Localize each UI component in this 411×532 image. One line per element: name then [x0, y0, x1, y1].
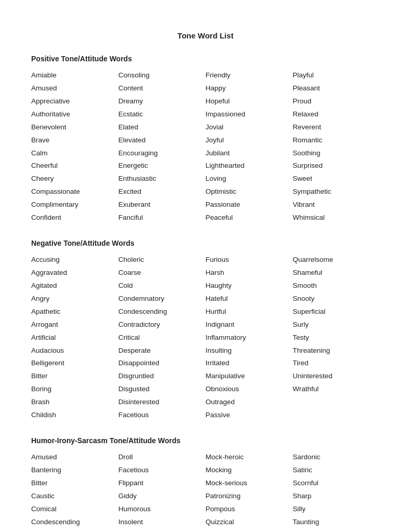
word-item: Loving [206, 174, 293, 184]
word-item: Mocking [206, 465, 293, 476]
section-heading-negative: Negative Tone/Attitude Words [31, 239, 380, 247]
word-item: Impassioned [206, 109, 293, 120]
word-item: Mock-heroic [206, 452, 293, 463]
word-item: Satiric [293, 465, 380, 476]
word-item: Enthusiastic [118, 174, 206, 184]
word-item: Apathetic [31, 307, 118, 317]
word-item: Artificial [31, 332, 118, 343]
word-item: Disgusted [118, 384, 206, 395]
word-item: Critical [118, 332, 206, 343]
word-item: Bantering [31, 465, 118, 476]
word-grid-negative: AccusingCholericFuriousQuarrelsomeAggrav… [31, 255, 380, 421]
word-item: Hurtful [206, 307, 293, 317]
word-item: Inflammatory [206, 332, 293, 343]
word-item: Bitter [31, 478, 118, 489]
word-item: Insolent [118, 517, 206, 528]
word-item: Facetious [118, 410, 206, 421]
word-item: Comical [31, 504, 118, 515]
word-item: Calm [31, 148, 118, 159]
section-heading-positive: Positive Tone/Attitude Words [31, 55, 380, 63]
word-item: Ironic [118, 530, 206, 532]
section-positive: Positive Tone/Attitude WordsAmiableConso… [31, 55, 380, 223]
word-item: Energetic [118, 161, 206, 171]
word-item: Jubilant [206, 148, 293, 159]
word-item: Droll [118, 452, 206, 463]
word-item: Sweet [293, 174, 380, 184]
word-item: Surly [293, 320, 380, 330]
word-item: Condescending [31, 517, 118, 528]
word-item: Amiable [31, 70, 118, 81]
word-item: Surprised [293, 161, 380, 171]
section-negative: Negative Tone/Attitude WordsAccusingChol… [31, 239, 380, 421]
word-item: Childish [31, 410, 118, 421]
word-item: Haughty [206, 281, 293, 291]
word-item: Elevated [118, 135, 206, 146]
word-item: Indignant [206, 320, 293, 330]
word-item: Consoling [118, 70, 206, 81]
word-item: Happy [206, 83, 293, 94]
word-item: Caustic [31, 491, 118, 502]
word-item: Passive [206, 410, 293, 421]
word-item: Soothing [293, 148, 380, 159]
word-item: Snooty [293, 294, 380, 304]
word-item: Smooth [293, 281, 380, 291]
word-item: Flippant [118, 478, 206, 489]
page-title: Tone Word List [31, 31, 380, 40]
word-item: Brash [31, 397, 118, 408]
word-item: Superficial [293, 307, 380, 317]
word-item: Manipulative [206, 371, 293, 382]
word-item: Patronizing [206, 491, 293, 502]
word-item: Boring [31, 384, 118, 395]
word-item: Sardonic [293, 452, 380, 463]
word-item: Threatening [293, 345, 380, 356]
word-item: Passionate [206, 200, 293, 210]
word-item: Coarse [118, 268, 206, 278]
word-item: Appreciative [31, 96, 118, 107]
word-item: Uninterested [293, 371, 380, 382]
word-item: Optimistic [206, 187, 293, 197]
word-item: Obnoxious [206, 384, 293, 395]
word-item: Exuberant [118, 200, 206, 210]
word-item: Dreamy [118, 96, 206, 107]
word-item: Amused [31, 83, 118, 94]
word-item: Bitter [31, 371, 118, 382]
word-item: Jovial [206, 122, 293, 133]
word-item: Insulting [206, 345, 293, 356]
word-item: Quarrelsome [293, 255, 380, 265]
word-grid-humor: AmusedDrollMock-heroicSardonicBanteringF… [31, 452, 380, 532]
word-item: Amused [31, 452, 118, 463]
word-item: Agitated [31, 281, 118, 291]
word-item: Tired [293, 358, 380, 369]
word-item: Reverent [293, 122, 380, 133]
word-item: Cheery [31, 174, 118, 184]
word-item: Content [118, 83, 206, 94]
word-item: Outraged [206, 397, 293, 408]
word-item: Aggravated [31, 268, 118, 278]
word-item: Belligerent [31, 358, 118, 369]
word-item: Relaxed [293, 109, 380, 120]
word-item: Complimentary [31, 200, 118, 210]
word-item: Benevolent [31, 122, 118, 133]
word-item: Proud [293, 96, 380, 107]
word-item: Arrogant [31, 320, 118, 330]
word-item: Facetious [118, 465, 206, 476]
word-item: Hopeful [206, 96, 293, 107]
word-item: Joyful [206, 135, 293, 146]
word-item: Condescending [118, 307, 206, 317]
word-item: Disgruntled [118, 371, 206, 382]
word-item: Taunting [293, 517, 380, 528]
section-humor: Humor-Irony-Sarcasm Tone/Attitude WordsA… [31, 436, 380, 532]
word-item: Angry [31, 294, 118, 304]
word-item: Testy [293, 332, 380, 343]
word-item: Wrathful [293, 384, 380, 395]
word-item: Fanciful [118, 212, 206, 223]
word-item: Humorous [118, 504, 206, 515]
word-item: Harsh [206, 268, 293, 278]
word-item: Quizzical [206, 517, 293, 528]
word-item: Encouraging [118, 148, 206, 159]
word-item: Choleric [118, 255, 206, 265]
word-item: Condemnatory [118, 294, 206, 304]
word-item: Brave [31, 135, 118, 146]
word-item: Romantic [293, 135, 380, 146]
word-item: Furious [206, 255, 293, 265]
